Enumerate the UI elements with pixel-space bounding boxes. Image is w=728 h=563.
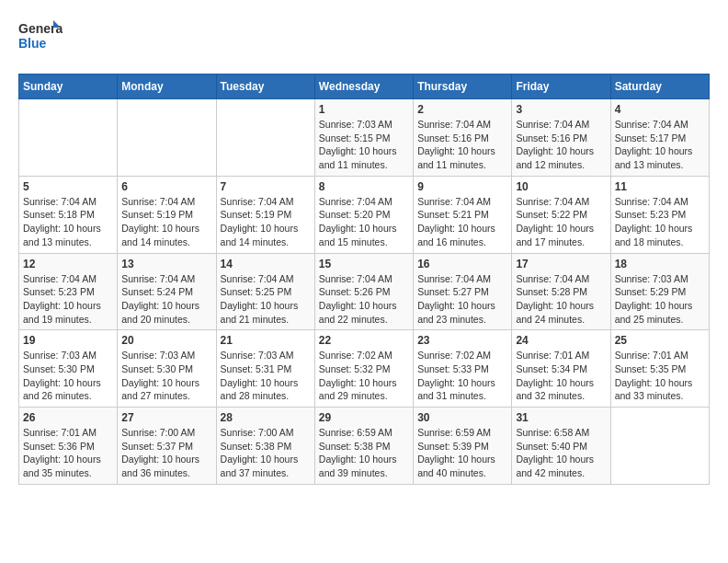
day-number: 23 — [417, 334, 507, 347]
svg-text:Blue: Blue — [18, 36, 47, 51]
day-number: 30 — [417, 411, 507, 424]
calendar-day-cell: 14Sunrise: 7:04 AM Sunset: 5:25 PM Dayli… — [216, 253, 314, 330]
weekday-header: Wednesday — [314, 75, 413, 99]
day-number: 25 — [615, 334, 705, 347]
day-info: Sunrise: 7:01 AM Sunset: 5:36 PM Dayligh… — [23, 426, 113, 480]
calendar-day-cell: 22Sunrise: 7:02 AM Sunset: 5:32 PM Dayli… — [314, 330, 413, 408]
day-info: Sunrise: 7:01 AM Sunset: 5:35 PM Dayligh… — [615, 349, 705, 403]
calendar-day-cell: 20Sunrise: 7:03 AM Sunset: 5:30 PM Dayli… — [118, 330, 216, 408]
day-number: 28 — [221, 411, 311, 424]
calendar-day-cell: 9Sunrise: 7:04 AM Sunset: 5:21 PM Daylig… — [414, 176, 512, 253]
day-info: Sunrise: 7:01 AM Sunset: 5:34 PM Dayligh… — [516, 349, 606, 403]
calendar-day-cell: 21Sunrise: 7:03 AM Sunset: 5:31 PM Dayli… — [216, 330, 314, 408]
calendar-day-cell: 16Sunrise: 7:04 AM Sunset: 5:27 PM Dayli… — [414, 253, 512, 330]
day-info: Sunrise: 7:02 AM Sunset: 5:32 PM Dayligh… — [319, 349, 409, 403]
day-info: Sunrise: 7:00 AM Sunset: 5:38 PM Dayligh… — [221, 426, 311, 480]
day-info: Sunrise: 7:04 AM Sunset: 5:26 PM Dayligh… — [319, 272, 409, 327]
calendar-day-cell: 15Sunrise: 7:04 AM Sunset: 5:26 PM Dayli… — [314, 253, 413, 330]
day-info: Sunrise: 7:04 AM Sunset: 5:24 PM Dayligh… — [121, 272, 211, 327]
day-number: 29 — [319, 411, 409, 424]
calendar-day-cell — [216, 99, 314, 177]
calendar-day-cell: 26Sunrise: 7:01 AM Sunset: 5:36 PM Dayli… — [19, 408, 118, 485]
day-number: 12 — [23, 258, 113, 270]
day-info: Sunrise: 7:04 AM Sunset: 5:23 PM Dayligh… — [23, 272, 113, 327]
day-info: Sunrise: 7:02 AM Sunset: 5:33 PM Dayligh… — [417, 349, 507, 403]
day-info: Sunrise: 6:59 AM Sunset: 5:39 PM Dayligh… — [417, 426, 507, 480]
day-info: Sunrise: 7:04 AM Sunset: 5:23 PM Dayligh… — [615, 195, 705, 249]
calendar-day-cell: 23Sunrise: 7:02 AM Sunset: 5:33 PM Dayli… — [414, 330, 512, 408]
logo: General Blue — [18, 18, 63, 59]
day-number: 18 — [615, 258, 705, 270]
calendar-day-cell: 10Sunrise: 7:04 AM Sunset: 5:22 PM Dayli… — [512, 176, 610, 253]
day-info: Sunrise: 7:00 AM Sunset: 5:37 PM Dayligh… — [121, 426, 211, 480]
day-number: 16 — [417, 258, 507, 270]
day-number: 27 — [121, 411, 211, 424]
day-info: Sunrise: 7:03 AM Sunset: 5:29 PM Dayligh… — [615, 272, 705, 327]
day-number: 5 — [23, 180, 113, 193]
calendar-day-cell: 3Sunrise: 7:04 AM Sunset: 5:16 PM Daylig… — [512, 99, 610, 177]
day-number: 2 — [417, 103, 507, 116]
day-number: 17 — [516, 258, 606, 270]
weekday-header: Monday — [118, 75, 216, 99]
calendar-day-cell: 28Sunrise: 7:00 AM Sunset: 5:38 PM Dayli… — [216, 408, 314, 485]
day-number: 10 — [516, 180, 606, 193]
day-number: 19 — [23, 334, 113, 347]
day-number: 20 — [121, 334, 211, 347]
day-number: 31 — [516, 411, 606, 424]
day-info: Sunrise: 7:04 AM Sunset: 5:16 PM Dayligh… — [516, 118, 606, 172]
day-number: 1 — [319, 103, 409, 116]
day-number: 14 — [221, 258, 311, 270]
day-number: 24 — [516, 334, 606, 347]
day-info: Sunrise: 7:04 AM Sunset: 5:19 PM Dayligh… — [121, 195, 211, 249]
day-info: Sunrise: 7:04 AM Sunset: 5:17 PM Dayligh… — [615, 118, 705, 172]
calendar-day-cell: 4Sunrise: 7:04 AM Sunset: 5:17 PM Daylig… — [610, 99, 709, 177]
weekday-header: Sunday — [19, 75, 118, 99]
calendar-day-cell: 30Sunrise: 6:59 AM Sunset: 5:39 PM Dayli… — [414, 408, 512, 485]
day-number: 15 — [319, 258, 409, 270]
day-number: 13 — [121, 258, 211, 270]
calendar-week-row: 5Sunrise: 7:04 AM Sunset: 5:18 PM Daylig… — [19, 176, 710, 253]
calendar-day-cell: 31Sunrise: 6:58 AM Sunset: 5:40 PM Dayli… — [512, 408, 610, 485]
day-number: 22 — [319, 334, 409, 347]
day-info: Sunrise: 7:04 AM Sunset: 5:20 PM Dayligh… — [319, 195, 409, 249]
day-info: Sunrise: 7:03 AM Sunset: 5:30 PM Dayligh… — [23, 349, 113, 403]
calendar-day-cell — [19, 99, 118, 177]
weekday-header: Thursday — [414, 75, 512, 99]
calendar-table: SundayMondayTuesdayWednesdayThursdayFrid… — [18, 74, 710, 485]
calendar-day-cell: 2Sunrise: 7:04 AM Sunset: 5:16 PM Daylig… — [414, 99, 512, 177]
day-number: 9 — [417, 180, 507, 193]
day-info: Sunrise: 7:03 AM Sunset: 5:30 PM Dayligh… — [121, 349, 211, 403]
day-number: 11 — [615, 180, 705, 193]
weekday-header: Tuesday — [216, 75, 314, 99]
day-info: Sunrise: 7:03 AM Sunset: 5:31 PM Dayligh… — [221, 349, 311, 403]
calendar-week-row: 26Sunrise: 7:01 AM Sunset: 5:36 PM Dayli… — [19, 408, 710, 485]
page-header: General Blue — [18, 18, 710, 59]
day-info: Sunrise: 7:03 AM Sunset: 5:15 PM Dayligh… — [319, 118, 409, 172]
weekday-header: Friday — [512, 75, 610, 99]
day-info: Sunrise: 7:04 AM Sunset: 5:27 PM Dayligh… — [417, 272, 507, 327]
calendar-day-cell: 8Sunrise: 7:04 AM Sunset: 5:20 PM Daylig… — [314, 176, 413, 253]
day-number: 6 — [121, 180, 211, 193]
calendar-day-cell: 5Sunrise: 7:04 AM Sunset: 5:18 PM Daylig… — [19, 176, 118, 253]
calendar-day-cell: 11Sunrise: 7:04 AM Sunset: 5:23 PM Dayli… — [610, 176, 709, 253]
day-number: 4 — [615, 103, 705, 116]
calendar-day-cell: 25Sunrise: 7:01 AM Sunset: 5:35 PM Dayli… — [610, 330, 709, 408]
calendar-week-row: 12Sunrise: 7:04 AM Sunset: 5:23 PM Dayli… — [19, 253, 710, 330]
calendar-day-cell: 7Sunrise: 7:04 AM Sunset: 5:19 PM Daylig… — [216, 176, 314, 253]
calendar-day-cell — [610, 408, 709, 485]
day-info: Sunrise: 7:04 AM Sunset: 5:21 PM Dayligh… — [417, 195, 507, 249]
day-number: 8 — [319, 180, 409, 193]
calendar-week-row: 19Sunrise: 7:03 AM Sunset: 5:30 PM Dayli… — [19, 330, 710, 408]
day-info: Sunrise: 7:04 AM Sunset: 5:18 PM Dayligh… — [23, 195, 113, 249]
weekday-header-row: SundayMondayTuesdayWednesdayThursdayFrid… — [19, 75, 710, 99]
day-info: Sunrise: 7:04 AM Sunset: 5:19 PM Dayligh… — [221, 195, 311, 249]
calendar-day-cell: 18Sunrise: 7:03 AM Sunset: 5:29 PM Dayli… — [610, 253, 709, 330]
calendar-day-cell — [118, 99, 216, 177]
calendar-day-cell: 17Sunrise: 7:04 AM Sunset: 5:28 PM Dayli… — [512, 253, 610, 330]
day-number: 21 — [221, 334, 311, 347]
day-number: 3 — [516, 103, 606, 116]
calendar-day-cell: 29Sunrise: 6:59 AM Sunset: 5:38 PM Dayli… — [314, 408, 413, 485]
day-info: Sunrise: 6:58 AM Sunset: 5:40 PM Dayligh… — [516, 426, 606, 480]
calendar-day-cell: 27Sunrise: 7:00 AM Sunset: 5:37 PM Dayli… — [118, 408, 216, 485]
day-number: 7 — [221, 180, 311, 193]
